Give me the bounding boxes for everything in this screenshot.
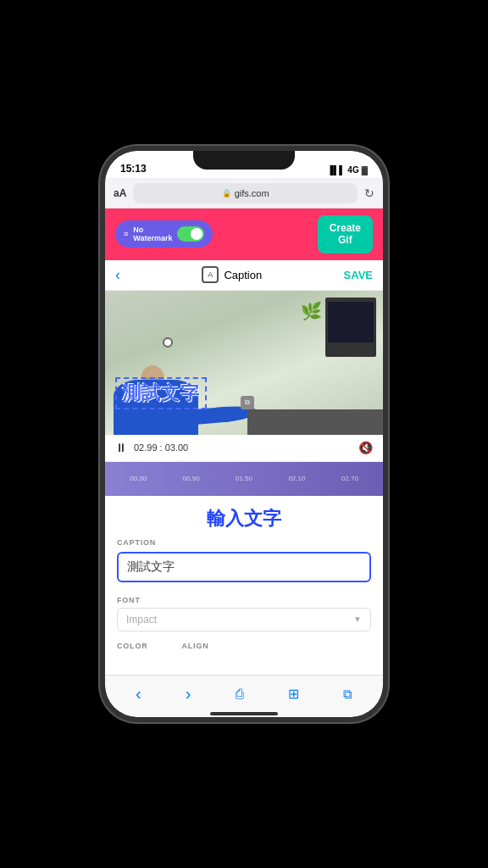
time-display: 02.99 : 03.00 — [134, 442, 352, 453]
caption-input-area: 輸入文字 CAPTION — [105, 496, 383, 589]
caption-icon: A — [202, 266, 219, 283]
chevron-down-icon: ▼ — [353, 615, 362, 624]
caption-toolbar: ‹ A Caption SAVE — [105, 260, 383, 291]
video-background: 🌿 測試文字 ⧉ — [105, 291, 383, 435]
battery-icon: ▓ — [362, 165, 368, 175]
timeline-mark-3: 02.10 — [270, 475, 323, 482]
create-gif-button[interactable]: Create Gif — [318, 215, 373, 253]
url-bar[interactable]: 🔒 gifs.com — [133, 183, 358, 203]
font-select-container: Impact ▼ — [117, 608, 371, 632]
create-gif-label: Create Gif — [330, 222, 361, 246]
nav-bookmarks-button[interactable]: ⊞ — [288, 686, 299, 702]
caption-overlay[interactable]: 測試文字 — [115, 377, 207, 409]
caption-icon-label: A — [208, 270, 213, 279]
back-button[interactable]: ‹ — [115, 266, 120, 284]
color-label: COLOR — [117, 642, 148, 650]
phone-frame: 15:13 ▐▌▌ 4G ▓ aA 🔒 gifs.com ↻ ≡ No Wate… — [100, 146, 388, 722]
caption-input[interactable] — [117, 552, 371, 582]
timeline-markers: 00.30 00.90 01.50 02.10 02.70 — [105, 462, 383, 496]
save-button[interactable]: SAVE — [344, 269, 373, 281]
status-time: 15:13 — [120, 163, 147, 175]
notch — [193, 151, 295, 170]
timeline-mark-4: 02.70 — [324, 475, 376, 482]
phone-screen: 15:13 ▐▌▌ 4G ▓ aA 🔒 gifs.com ↻ ≡ No Wate… — [105, 151, 383, 717]
font-section: FONT Impact ▼ — [105, 589, 383, 638]
timeline-mark-1: 00.90 — [164, 475, 217, 482]
nav-back-button[interactable]: ‹ — [136, 684, 141, 704]
nav-tabs-button[interactable]: ⧉ — [343, 687, 352, 702]
pause-button[interactable]: ⏸ — [115, 441, 127, 454]
mute-button[interactable]: 🔇 — [358, 441, 373, 454]
caption-section-label: CAPTION — [117, 538, 371, 547]
nav-forward-button[interactable]: › — [186, 684, 191, 704]
color-align-row: COLOR ALIGN — [105, 638, 383, 654]
network-label: 4G — [347, 165, 358, 175]
bottom-nav: ‹ › ⎙ ⊞ ⧉ — [105, 675, 383, 712]
drag-handle[interactable] — [163, 337, 173, 348]
timeline-mark-0: 00.30 — [112, 475, 164, 482]
no-watermark-label: No Watermark — [133, 225, 172, 242]
promo-banner: ≡ No Watermark Create Gif — [105, 209, 383, 260]
caption-title-area: A Caption — [202, 266, 262, 283]
video-area: 🌿 測試文字 ⧉ — [105, 291, 383, 435]
hamburger-icon: ≡ — [124, 230, 128, 238]
reader-mode-button[interactable]: aA — [114, 187, 126, 199]
watermark-toggle[interactable] — [177, 226, 204, 242]
copy-caption-icon[interactable]: ⧉ — [241, 396, 254, 409]
caption-label: Caption — [224, 269, 262, 281]
url-text: gifs.com — [235, 188, 269, 198]
font-value: Impact — [126, 614, 157, 626]
home-bar — [210, 712, 278, 715]
home-indicator — [105, 712, 383, 717]
refresh-button[interactable]: ↻ — [364, 186, 374, 200]
input-hint-label: 輸入文字 — [117, 506, 371, 531]
font-section-label: FONT — [117, 596, 371, 604]
font-select[interactable]: Impact ▼ — [117, 608, 371, 632]
nav-share-button[interactable]: ⎙ — [236, 687, 244, 702]
timeline-mark-2: 01.50 — [218, 475, 270, 482]
status-icons: ▐▌▌ 4G ▓ — [327, 165, 368, 175]
align-label: ALIGN — [182, 642, 209, 650]
browser-bar: aA 🔒 gifs.com ↻ — [105, 178, 383, 209]
video-controls: ⏸ 02.99 : 03.00 🔇 — [105, 435, 383, 462]
lock-icon: 🔒 — [222, 189, 231, 198]
signal-icon: ▐▌▌ — [327, 165, 345, 175]
no-watermark-button[interactable]: ≡ No Watermark — [115, 220, 213, 248]
plant-decoration: 🌿 — [301, 301, 322, 321]
timeline[interactable]: 00.30 00.90 01.50 02.10 02.70 — [105, 462, 383, 496]
